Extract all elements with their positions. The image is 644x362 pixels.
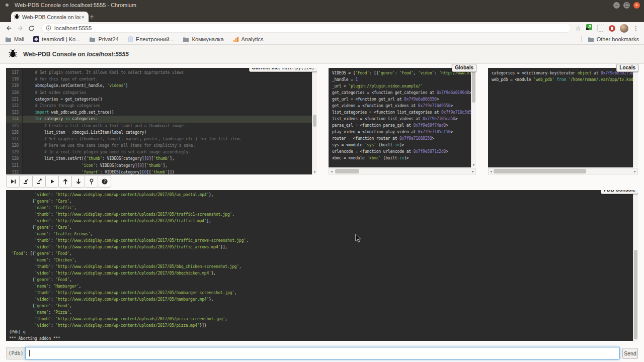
console-line: 'video': 'http://www.vidsplay.com/wp-con… bbox=[9, 218, 632, 224]
bookmark-item[interactable]: Privat24 bbox=[89, 36, 118, 42]
scroll-down-arrow-icon[interactable]: ▾ bbox=[312, 170, 317, 174]
forward-icon[interactable] bbox=[15, 23, 25, 33]
browser-menu-icon[interactable]: ⋮ bbox=[633, 25, 639, 32]
console-line: {'genre': 'Food', bbox=[9, 277, 632, 283]
bookmark-label: Коммуналка bbox=[192, 36, 223, 42]
pdb-command-input[interactable] bbox=[30, 347, 619, 359]
scroll-left-arrow-icon[interactable]: ◂ bbox=[489, 169, 493, 173]
help-button[interactable]: ? bbox=[98, 175, 111, 188]
globals-label: Globals bbox=[452, 64, 476, 72]
scroll-right-arrow-icon[interactable]: ▸ bbox=[633, 169, 637, 173]
browser-tab[interactable]: Web-PDB Console on loca × bbox=[11, 12, 89, 22]
locals-label: Locals bbox=[616, 64, 638, 72]
browser-window: Web-PDB Console on localhost:5555 - Chro… bbox=[0, 0, 644, 362]
address-bar[interactable]: localhost:5555 bbox=[41, 24, 571, 33]
globals-line: router = <function router at 0x7f9e71068… bbox=[332, 135, 476, 142]
web-pdb-bug-icon bbox=[9, 49, 17, 60]
url-text: localhost:5555 bbox=[54, 25, 92, 31]
close-button-icon[interactable]: × bbox=[633, 2, 640, 9]
extension-green-icon[interactable] bbox=[586, 24, 593, 33]
scrollbar-thumb[interactable] bbox=[494, 169, 586, 173]
bookmark-item[interactable]: Коммуналка bbox=[183, 36, 223, 42]
kodi-icon bbox=[33, 36, 39, 42]
new-tab-button[interactable]: + bbox=[88, 13, 96, 21]
tab-favicon-bug-icon bbox=[14, 14, 20, 20]
code-line: 129 # In a real-life plugin you need to … bbox=[6, 149, 312, 155]
console-line: 'video': 'http://www.vidsplay.com/wp-con… bbox=[9, 270, 632, 277]
extension-disabled-icon[interactable] bbox=[597, 25, 604, 32]
bookmarks-bar: Mailteamkodi | Ko...Privat24Електронний.… bbox=[0, 34, 644, 45]
globals-horizontal-scrollbar[interactable]: ◂ ▸ bbox=[329, 168, 476, 174]
tab-title: Web-PDB Console on loca bbox=[22, 14, 80, 20]
bookmark-label: Mail bbox=[14, 36, 24, 42]
console-line: 'thumb': 'http://www.vidsplay.com/wp-con… bbox=[9, 237, 632, 244]
bookmark-item[interactable]: teamkodi | Ko... bbox=[33, 36, 80, 42]
scroll-right-arrow-icon[interactable]: ▸ bbox=[471, 169, 475, 173]
bookmark-item[interactable]: Mail bbox=[5, 36, 24, 42]
code-line: 119 xbmcplugin.setContent(_handle, 'vide… bbox=[6, 82, 312, 89]
bookmark-item[interactable]: Analytics bbox=[233, 36, 264, 42]
console-line: 'name': 'Traffic', bbox=[9, 205, 632, 211]
locals-horizontal-scrollbar[interactable]: ◂ ▸ bbox=[488, 168, 638, 174]
return-icon bbox=[36, 178, 43, 185]
globals-line: _url = 'plugin://plugin.video.example/' bbox=[332, 83, 476, 89]
return-button[interactable] bbox=[32, 175, 46, 188]
profile-avatar[interactable] bbox=[620, 24, 628, 33]
code-line: 127 # Set graphics (thumbnail, fanart, b… bbox=[6, 136, 312, 142]
tab-strip: Web-PDB Console on loca × + bbox=[0, 10, 644, 22]
bookmark-star-icon[interactable]: ☆ bbox=[575, 25, 581, 32]
next-button[interactable] bbox=[6, 175, 20, 188]
scrollbar-thumb[interactable] bbox=[313, 115, 316, 126]
console-line: 'thumb': 'http://www.vidsplay.com/wp-con… bbox=[9, 290, 632, 296]
tab-close-icon[interactable]: × bbox=[80, 14, 86, 20]
code-line: 122 # Iterate through categories bbox=[6, 103, 312, 109]
back-icon[interactable] bbox=[4, 23, 14, 33]
code-line: 118 # for this type of content. bbox=[6, 76, 312, 82]
console-line: 'thumb': 'http://www.vidsplay.com/wp-con… bbox=[9, 316, 632, 322]
folder-icon bbox=[89, 37, 96, 42]
minimize-button-icon[interactable]: – bbox=[613, 2, 620, 9]
other-bookmarks-label: Other bookmarks bbox=[597, 36, 639, 42]
step-button[interactable] bbox=[19, 175, 33, 188]
bookmark-label: Privat24 bbox=[98, 36, 118, 42]
pdb-prompt-label: (Pdb) bbox=[6, 347, 25, 359]
console-line: 'name': 'Pizza', bbox=[9, 309, 632, 316]
scrollbar-thumb[interactable] bbox=[634, 250, 637, 340]
scroll-down-arrow-icon[interactable]: ▾ bbox=[471, 163, 476, 167]
maximize-button-icon[interactable] bbox=[623, 2, 630, 9]
code-line: 123 import web_pdb;web_pdb.set_trace() bbox=[6, 109, 312, 116]
bookmark-label: Електронний... bbox=[136, 36, 174, 42]
browser-toolbar: localhost:5555 ☆ ⋮ bbox=[0, 22, 644, 34]
scrollbar-thumb[interactable] bbox=[472, 71, 475, 103]
continue-button[interactable] bbox=[45, 175, 59, 188]
window-icon bbox=[6, 4, 9, 7]
site-info-icon[interactable] bbox=[46, 24, 51, 33]
send-button[interactable]: Send bbox=[622, 348, 638, 359]
svg-text:?: ? bbox=[103, 179, 105, 184]
other-bookmarks-button[interactable]: Other bookmarks bbox=[581, 36, 639, 42]
code-listing: 117 # Set plugin content. It allows Kodi… bbox=[6, 69, 312, 174]
where-button[interactable] bbox=[85, 175, 98, 188]
doc-icon bbox=[128, 36, 133, 42]
extension-red-icon[interactable] bbox=[609, 25, 615, 32]
globals-line: get_categories = <function get_categorie… bbox=[332, 89, 476, 96]
page-title: Web-PDB Console on localhost:5555 bbox=[23, 51, 129, 58]
scroll-left-arrow-icon[interactable]: ◂ bbox=[330, 169, 334, 173]
bookmark-item[interactable]: Електронний... bbox=[128, 36, 174, 42]
locals-vertical-scrollbar[interactable] bbox=[633, 68, 638, 167]
current-file-panel: Current file: main.py(124) 117 # Set plu… bbox=[6, 68, 317, 174]
folder-icon bbox=[5, 37, 12, 42]
globals-line: get_url = <function get_url at 0x7f9e6a0… bbox=[332, 96, 476, 103]
reload-icon[interactable] bbox=[26, 23, 36, 33]
down-button[interactable] bbox=[71, 175, 85, 188]
globals-line: list_videos = <function list_videos at 0… bbox=[332, 116, 476, 122]
page-header: Web-PDB Console on localhost:5555 bbox=[0, 45, 644, 64]
step-icon bbox=[23, 178, 30, 185]
code-vertical-scrollbar[interactable]: ▾ bbox=[312, 68, 317, 174]
globals-vertical-scrollbar[interactable]: ▾ bbox=[471, 68, 476, 167]
console-vertical-scrollbar[interactable] bbox=[633, 190, 638, 341]
globals-line: _handle = 1 bbox=[332, 76, 476, 83]
scrollbar-thumb[interactable] bbox=[335, 169, 359, 173]
up-icon bbox=[62, 178, 69, 185]
up-button[interactable] bbox=[58, 175, 72, 188]
